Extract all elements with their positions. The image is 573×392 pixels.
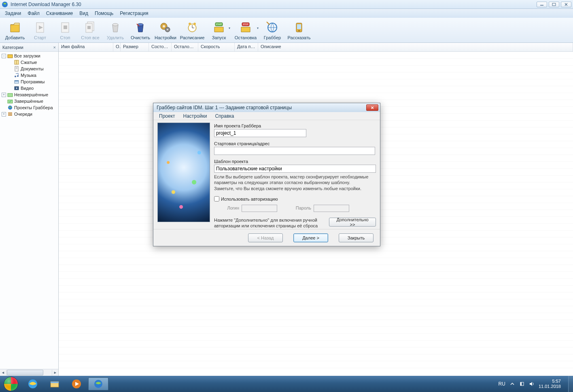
toolbar-delete[interactable]: Удалить bbox=[103, 19, 128, 42]
expand-icon[interactable]: + bbox=[2, 112, 6, 117]
col-date[interactable]: Дата по… bbox=[235, 43, 258, 51]
dialog-footer: < Назад Далее > Закрыть bbox=[153, 229, 380, 246]
close-dialog-button[interactable]: Закрыть bbox=[339, 233, 374, 242]
stop-files-icon bbox=[83, 21, 97, 34]
svg-point-38 bbox=[17, 75, 19, 77]
svg-rect-51 bbox=[51, 381, 59, 383]
scroll-left-icon[interactable]: ◄ bbox=[0, 370, 6, 376]
toolbar-cleanup[interactable]: Очистить bbox=[128, 19, 153, 42]
toolbar-stop[interactable]: Стоп bbox=[53, 19, 78, 42]
password-input bbox=[314, 205, 349, 212]
language-indicator[interactable]: RU bbox=[499, 381, 505, 387]
show-desktop-button[interactable] bbox=[568, 376, 573, 392]
program-icon bbox=[14, 79, 19, 85]
col-state[interactable]: Состоя… bbox=[149, 43, 172, 51]
add-icon bbox=[8, 21, 22, 34]
menu-file[interactable]: Файл bbox=[24, 10, 43, 17]
toolbar-delete-label: Удалить bbox=[107, 35, 124, 40]
toolbar-stopall[interactable]: Стоп все bbox=[78, 19, 103, 42]
col-filename[interactable]: Имя файла bbox=[59, 43, 113, 51]
tree-node-video[interactable]: Видео bbox=[0, 85, 58, 91]
col-desc[interactable]: Описание bbox=[258, 43, 573, 51]
svg-text:START: START bbox=[216, 23, 222, 25]
toolbar-startqueue[interactable]: START Запуск ▾ bbox=[206, 19, 231, 42]
dialog-titlebar[interactable]: Граббер сайтов IDM. Шаг 1 --- Задание ст… bbox=[153, 103, 380, 112]
menubar: Задачи Файл Скачивание Вид Помощь Регист… bbox=[0, 9, 573, 18]
taskbar-mediaplayer[interactable] bbox=[66, 377, 87, 390]
action-center-icon[interactable] bbox=[519, 381, 525, 387]
tree-node-documents[interactable]: Документы bbox=[0, 66, 58, 72]
tree-node-grabber[interactable]: Проекты Граббера bbox=[0, 104, 58, 111]
dialog-close-button[interactable]: ✕ bbox=[366, 104, 378, 111]
app-icon bbox=[2, 1, 8, 8]
globe-icon bbox=[7, 105, 13, 110]
project-name-input[interactable] bbox=[214, 129, 306, 137]
tree-node-all[interactable]: − Все загрузки bbox=[0, 53, 58, 59]
col-size[interactable]: Размер bbox=[121, 43, 149, 51]
toolbar-settings[interactable]: Настройки bbox=[153, 19, 178, 42]
minimize-button[interactable] bbox=[537, 2, 547, 7]
template-select[interactable]: Пользовательские настройки bbox=[214, 165, 376, 173]
toolbar-add[interactable]: Добавить bbox=[2, 19, 28, 42]
advanced-button[interactable]: Дополнительно >> bbox=[329, 218, 376, 227]
dialog-menu-project[interactable]: Проект bbox=[155, 113, 179, 119]
taskbar-explorer[interactable] bbox=[45, 377, 65, 390]
close-button[interactable] bbox=[561, 2, 571, 7]
taskbar-ie[interactable] bbox=[23, 377, 43, 390]
col-speed[interactable]: Скорость bbox=[198, 43, 235, 51]
tree-node-finished[interactable]: Завершённые bbox=[0, 98, 58, 104]
menu-tasks[interactable]: Задачи bbox=[2, 10, 24, 17]
toolbar-start[interactable]: Старт bbox=[28, 19, 53, 42]
expand-icon[interactable]: + bbox=[2, 93, 6, 97]
dialog-menu-help[interactable]: Справка bbox=[211, 113, 238, 119]
grabber-icon bbox=[265, 21, 279, 34]
tree-node-music[interactable]: Музыка bbox=[0, 72, 58, 78]
collapse-icon[interactable]: − bbox=[2, 54, 6, 58]
svg-rect-48 bbox=[8, 115, 12, 116]
tray-arrow-icon[interactable] bbox=[509, 381, 515, 387]
menu-download[interactable]: Скачивание bbox=[43, 10, 76, 17]
chevron-down-icon[interactable]: ▾ bbox=[257, 26, 259, 30]
toolbar-startqueue-label: Запуск bbox=[212, 35, 226, 40]
template-help-2: Заметьте, что Вы всегда сможете вручную … bbox=[214, 186, 376, 192]
next-button[interactable]: Далее > bbox=[293, 233, 328, 242]
start-button[interactable] bbox=[0, 376, 22, 392]
tree-node-queues[interactable]: + Очереди bbox=[0, 111, 58, 117]
folder-icon bbox=[7, 53, 13, 59]
chevron-down-icon[interactable]: ▾ bbox=[229, 26, 230, 30]
toolbar-stopqueue-label: Остановка bbox=[235, 35, 257, 40]
taskbar-idm[interactable] bbox=[88, 377, 108, 390]
toolbar-schedule[interactable]: Расписание bbox=[178, 19, 206, 42]
svg-rect-47 bbox=[8, 114, 12, 114]
tree-node-unfinished[interactable]: + Незавершённые bbox=[0, 91, 58, 98]
svg-rect-46 bbox=[8, 112, 12, 113]
sidebar-close-icon[interactable]: × bbox=[53, 45, 56, 50]
toolbar-grabber[interactable]: Граббер bbox=[260, 19, 285, 42]
sidebar-scrollbar[interactable]: ◄ ► bbox=[0, 369, 58, 376]
queue-icon bbox=[7, 111, 13, 117]
toolbar-stopqueue[interactable]: STOP Остановка ▾ bbox=[231, 19, 260, 42]
menu-view[interactable]: Вид bbox=[76, 10, 91, 17]
scroll-thumb[interactable] bbox=[7, 370, 43, 375]
dialog-menu-settings[interactable]: Настройки bbox=[179, 113, 211, 119]
clock[interactable]: 5:57 11.01.2018 bbox=[539, 379, 561, 389]
back-button[interactable]: < Назад bbox=[248, 233, 283, 242]
stopqueue-icon: STOP bbox=[239, 21, 253, 34]
scroll-right-icon[interactable]: ► bbox=[52, 370, 58, 376]
toolbar-stopall-label: Стоп все bbox=[81, 35, 99, 40]
toolbar-tell[interactable]: Рассказать bbox=[285, 19, 313, 42]
time: 5:57 bbox=[539, 379, 561, 384]
use-auth-checkbox[interactable] bbox=[214, 196, 219, 201]
tree-node-compressed[interactable]: Сжатые bbox=[0, 59, 58, 66]
maximize-button[interactable] bbox=[549, 2, 559, 7]
volume-icon[interactable] bbox=[529, 381, 535, 387]
start-page-input[interactable] bbox=[214, 147, 375, 155]
col-q[interactable]: О bbox=[113, 43, 121, 51]
windows-orb-icon bbox=[4, 377, 18, 391]
clock-icon bbox=[185, 21, 199, 34]
tree-node-programs[interactable]: Программы bbox=[0, 78, 58, 85]
sidebar-title: Категории bbox=[2, 45, 23, 50]
menu-help[interactable]: Помощь bbox=[91, 10, 117, 17]
menu-register[interactable]: Регистрация bbox=[117, 10, 151, 17]
col-remaining[interactable]: Осталось … bbox=[172, 43, 198, 51]
